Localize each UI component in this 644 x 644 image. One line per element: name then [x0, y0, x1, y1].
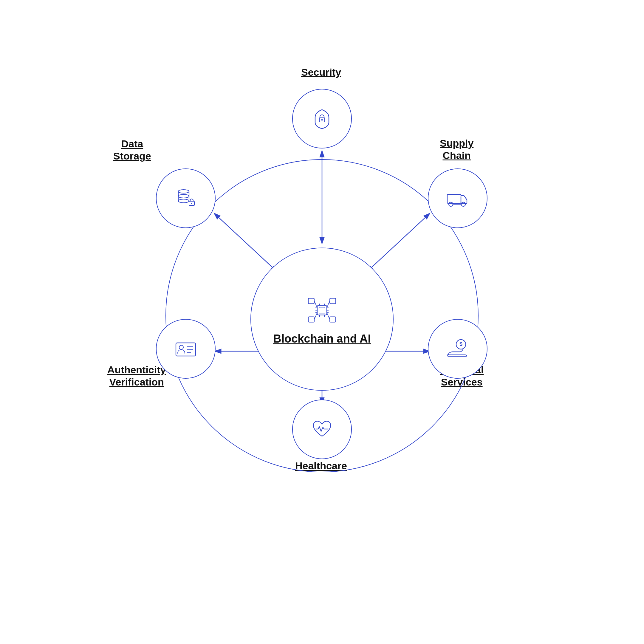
svg-point-33	[449, 202, 453, 206]
node-security	[292, 89, 352, 148]
diagram-container: Blockchain and AI Security SupplyChain $	[83, 54, 561, 590]
svg-rect-22	[308, 298, 314, 304]
data-storage-label: DataStorage	[113, 138, 151, 162]
svg-line-23	[314, 301, 317, 308]
financial-icon: $	[444, 335, 471, 362]
supply-chain-icon	[444, 185, 471, 212]
svg-rect-32	[447, 194, 461, 203]
blockchain-ai-icon	[304, 292, 340, 328]
svg-point-31	[321, 119, 323, 121]
node-financial: $	[428, 319, 487, 379]
node-auth	[156, 319, 216, 379]
svg-point-46	[178, 194, 189, 198]
svg-point-39	[179, 345, 183, 349]
svg-point-51	[191, 203, 192, 204]
healthcare-icon	[309, 416, 335, 443]
supply-chain-label: SupplyChain	[440, 137, 473, 162]
svg-point-43	[178, 190, 189, 193]
svg-text:$: $	[459, 341, 462, 347]
svg-rect-9	[319, 307, 325, 313]
data-storage-icon	[172, 185, 199, 212]
svg-point-34	[461, 202, 465, 206]
node-supply-chain	[428, 168, 487, 228]
node-healthcare	[292, 400, 352, 459]
svg-rect-26	[308, 317, 314, 322]
main-label: Blockchain and AI	[273, 332, 371, 346]
auth-icon	[172, 335, 199, 362]
security-icon	[309, 105, 335, 132]
svg-line-29	[327, 313, 330, 320]
svg-point-49	[178, 199, 189, 203]
svg-rect-24	[330, 298, 336, 304]
auth-label: AuthenticityVerification	[107, 364, 166, 388]
security-label: Security	[301, 66, 341, 78]
svg-rect-28	[330, 317, 336, 322]
main-circle: Blockchain and AI	[250, 247, 394, 391]
svg-rect-8	[317, 306, 327, 315]
svg-line-27	[314, 313, 317, 320]
node-data-storage	[156, 168, 216, 228]
svg-line-25	[327, 301, 330, 308]
